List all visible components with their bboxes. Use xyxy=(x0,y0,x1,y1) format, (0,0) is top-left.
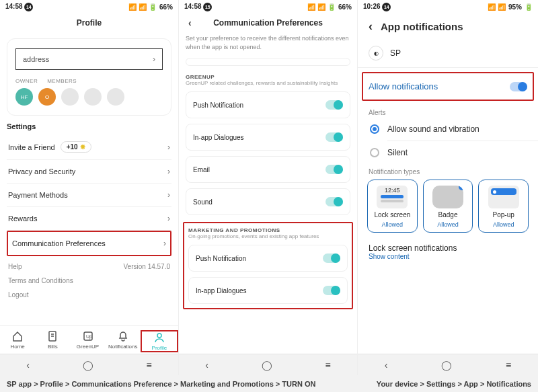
nav-home[interactable]: ◯ xyxy=(441,360,452,370)
type-lockscreen[interactable]: 12:45 Lock screen Allowed xyxy=(367,180,418,233)
chevron-right-icon: › xyxy=(163,239,166,248)
marketing-heading: MARKETING AND PROMOTIONS xyxy=(188,227,348,233)
android-nav-bar: ‹ ◯ ≡ xyxy=(358,354,538,375)
settings-heading: Settings xyxy=(7,122,171,130)
bell-icon xyxy=(117,330,129,342)
status-count-badge: 14 xyxy=(382,3,391,11)
back-button[interactable]: ‹ xyxy=(188,17,192,28)
toggle-greenup-push[interactable]: Push Notification xyxy=(186,91,350,118)
app-row[interactable]: ◐ SP xyxy=(364,39,531,67)
toggle-greenup-sound[interactable]: Sound xyxy=(186,188,350,215)
status-time: 10:26 xyxy=(363,3,381,10)
row-invite-friend[interactable]: Invite a Friend +10✸ › xyxy=(7,134,171,160)
nav-home[interactable]: ◯ xyxy=(83,360,93,370)
nav-recent[interactable]: ≡ xyxy=(146,360,151,370)
lockscreen-preview-icon: 12:45 xyxy=(377,186,408,208)
notification-types: 12:45 Lock screen Allowed Badge Allowed … xyxy=(364,177,531,235)
status-bar: 14:58 15 📶 📶 🔋 66% xyxy=(179,0,357,14)
nav-back[interactable]: ‹ xyxy=(26,360,30,370)
switch-icon[interactable] xyxy=(325,197,343,206)
tab-bills[interactable]: Bills xyxy=(35,330,70,352)
version-text: Version 14.57.0 xyxy=(124,263,171,270)
page-header: ‹ Communication Preferences xyxy=(186,14,350,34)
nav-recent[interactable]: ≡ xyxy=(506,360,511,370)
bills-icon xyxy=(46,330,59,342)
switch-icon[interactable] xyxy=(325,100,343,110)
avatar-empty xyxy=(84,88,102,106)
chevron-right-icon: › xyxy=(167,214,170,223)
caption-right: Your device > Settings > App > Notificat… xyxy=(377,380,538,388)
allow-label: Allow notifications xyxy=(369,81,438,91)
marketing-subtext: On-going promotions, events and existing… xyxy=(188,233,348,239)
nav-home[interactable]: ◯ xyxy=(262,360,272,370)
type-popup[interactable]: Pop-up Allowed xyxy=(478,180,529,233)
allow-notifications-row[interactable]: Allow notifications xyxy=(362,72,534,101)
address-label: address xyxy=(23,55,49,63)
switch-icon[interactable] xyxy=(510,82,527,91)
chevron-right-icon: › xyxy=(167,190,170,200)
switch-icon[interactable] xyxy=(323,253,340,263)
greenup-subtext: GreenUP related challenges, rewards and … xyxy=(186,80,350,86)
caption-bar: SP app > Profile > Communications Prefer… xyxy=(0,375,538,392)
address-card: address › OWNER MEMBERS HF O xyxy=(7,38,171,116)
tab-profile[interactable]: Profile xyxy=(141,330,178,352)
radio-icon xyxy=(370,124,379,134)
toggle-mkt-inapp[interactable]: In-app Dialogues xyxy=(188,277,348,304)
address-selector[interactable]: address › xyxy=(15,48,163,70)
status-count-badge: 15 xyxy=(203,3,212,11)
invite-reward-pill: +10✸ xyxy=(61,141,91,153)
popup-preview-icon xyxy=(488,186,519,208)
toggle-greenup-email[interactable]: Email xyxy=(186,156,350,183)
avatar-empty xyxy=(107,88,124,106)
toggle-mkt-push[interactable]: Push Notification xyxy=(188,245,348,272)
nav-recent[interactable]: ≡ xyxy=(325,360,330,370)
nav-back[interactable]: ‹ xyxy=(205,360,208,370)
greenup-icon: Up xyxy=(82,330,94,342)
radio-sound-vibration[interactable]: Allow sound and vibration xyxy=(364,118,531,141)
lockscreen-notifications-row[interactable]: Lock screen notifications Show content xyxy=(364,235,531,260)
intro-text: Set your preference to receive the diffe… xyxy=(186,34,350,51)
marketing-section-highlight: MARKETING AND PROMOTIONS On-going promot… xyxy=(183,222,353,309)
members-label: MEMBERS xyxy=(47,78,77,84)
switch-icon[interactable] xyxy=(323,286,340,295)
row-terms[interactable]: Terms and Conditions xyxy=(7,277,171,291)
switch-icon[interactable] xyxy=(325,132,343,142)
row-payment-methods[interactable]: Payment Methods› xyxy=(7,184,171,207)
tab-greenup[interactable]: Up GreenUP xyxy=(70,330,105,352)
phone-profile: 14:58 14 📶 📶 🔋 66% Profile address › OWN… xyxy=(0,0,179,375)
radio-silent[interactable]: Silent xyxy=(364,141,531,164)
greenup-heading: GREENUP xyxy=(186,74,350,80)
android-nav-bar: ‹ ◯ ≡ xyxy=(0,354,178,375)
avatar-list: HF O xyxy=(15,88,163,106)
svg-text:Up: Up xyxy=(86,334,92,340)
alerts-label: Alerts xyxy=(364,105,531,118)
chevron-right-icon: › xyxy=(167,143,170,152)
avatar-member[interactable]: O xyxy=(38,88,56,106)
status-time: 14:58 xyxy=(184,3,202,10)
svg-point-3 xyxy=(157,334,161,338)
tab-notifications[interactable]: Notifications xyxy=(106,330,141,352)
switch-icon[interactable] xyxy=(325,165,343,174)
android-nav-bar: ‹ ◯ ≡ xyxy=(179,354,357,375)
tab-home[interactable]: Home xyxy=(0,330,35,352)
row-logout[interactable]: Logout xyxy=(7,291,171,305)
owner-label: OWNER xyxy=(15,78,38,84)
nav-back[interactable]: ‹ xyxy=(385,360,388,370)
profile-icon xyxy=(153,331,165,344)
type-badge[interactable]: Badge Allowed xyxy=(423,180,473,233)
status-right: 📶 📶 🔋 66% xyxy=(128,3,173,11)
back-button[interactable]: ‹ xyxy=(369,19,373,34)
avatar-owner[interactable]: HF xyxy=(15,88,33,106)
app-icon: ◐ xyxy=(369,46,383,61)
page-title: App notifications xyxy=(381,21,463,32)
status-bar: 14:58 14 📶 📶 🔋 66% xyxy=(0,0,178,14)
toggle-greenup-inapp[interactable]: In-app Dialogues xyxy=(186,124,350,151)
status-bar: 10:26 14 📶 📶 95%🔋 xyxy=(358,0,538,14)
row-privacy-security[interactable]: Privacy and Security› xyxy=(7,160,171,184)
row-rewards[interactable]: Rewards› xyxy=(7,207,171,231)
avatar-empty xyxy=(61,88,79,106)
row-help[interactable]: Help Version 14.57.0 xyxy=(7,256,171,277)
page-title: Profile xyxy=(7,14,171,34)
row-communication-preferences[interactable]: Communication Preferences› xyxy=(7,231,171,256)
badge-preview-icon xyxy=(432,186,463,208)
